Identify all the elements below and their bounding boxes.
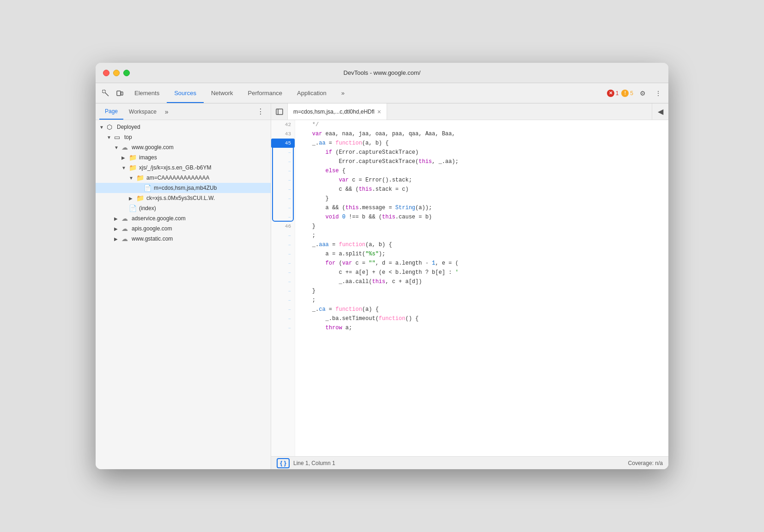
tree-item-images[interactable]: ▶ 📁 images <box>96 152 271 163</box>
error-icon: ✕ <box>607 90 614 97</box>
tree-arrow: ▼ <box>114 145 121 150</box>
cloud-icon: ☁ <box>121 235 130 242</box>
code-line: _.aa = function(a, b) { <box>299 139 665 148</box>
settings-icon[interactable]: ⚙ <box>636 87 649 100</box>
tree-item-ck[interactable]: ▶ 📁 ck=xjs.s.0Mx5ys3sCUI.L.W. <box>96 193 271 203</box>
tree-label: images <box>139 154 157 161</box>
tab-performance[interactable]: Performance <box>241 83 290 103</box>
line-number: – <box>271 323 295 332</box>
coverage-status: Coverage: n/a <box>628 460 663 466</box>
svg-rect-4 <box>276 109 283 115</box>
code-content[interactable]: */ var eaa, naa, jaa, oaa, paa, qaa, Aaa… <box>295 120 668 456</box>
cloud-icon: ☁ <box>121 225 130 232</box>
tree-item-adservice[interactable]: ▶ ☁ adservice.google.com <box>96 213 271 224</box>
tree-item-file-selected[interactable]: 📄 m=cdos,hsm,jsa,mb4ZUb <box>96 183 271 193</box>
tree-item-top[interactable]: ▼ ▭ top <box>96 132 271 142</box>
tree-item-xjs[interactable]: ▼ 📁 xjs/_/js/k=xjs.s.en_GB.-b6YM <box>96 163 271 173</box>
cube-icon: ⬡ <box>107 123 115 131</box>
status-bar: { } Line 1, Column 1 Coverage: n/a <box>271 456 668 469</box>
device-toggle-icon[interactable] <box>113 87 126 100</box>
tab-bar: Elements Sources Network Performance App… <box>127 83 606 103</box>
toolbar: Elements Sources Network Performance App… <box>96 83 668 103</box>
tab-more[interactable]: » <box>334 83 352 103</box>
traffic-lights <box>103 70 130 76</box>
line-number: – <box>271 185 295 194</box>
tree-label: am=CAAAAAAAAAAAAA <box>146 175 209 181</box>
tree-item-index[interactable]: 📄 (index) <box>96 203 271 213</box>
file-icon: 📄 <box>129 205 137 212</box>
tree-item-apis[interactable]: ▶ ☁ apis.google.com <box>96 224 271 234</box>
line-number: – <box>271 259 295 268</box>
code-line: c && (this.stack = c) <box>299 185 665 194</box>
tab-elements[interactable]: Elements <box>127 83 167 103</box>
code-line: } <box>299 222 665 231</box>
code-area: 42 43 45 – – – – – – – – 46 – – – – – <box>271 120 668 456</box>
sidebar-tab-page[interactable]: Page <box>99 103 123 120</box>
line-number: – <box>271 194 295 203</box>
tree-arrow: ▶ <box>114 236 121 242</box>
tree-arrow: ▶ <box>114 226 121 231</box>
line-number: – <box>271 166 295 175</box>
close-button[interactable] <box>103 70 109 76</box>
tree-item-google[interactable]: ▼ ☁ www.google.com <box>96 142 271 152</box>
code-line: _.ca = function(a) { <box>299 305 665 314</box>
sidebar-menu-button[interactable]: ⋮ <box>254 103 267 120</box>
maximize-button[interactable] <box>123 70 130 76</box>
tab-application[interactable]: Application <box>290 83 334 103</box>
kebab-menu-icon[interactable]: ⋮ <box>652 87 665 100</box>
code-line: else { <box>299 166 665 175</box>
svg-rect-3 <box>121 92 123 95</box>
tree-arrow: ▶ <box>121 155 129 160</box>
format-braces-button[interactable]: { } <box>277 458 290 468</box>
code-line: _.ba.setTimeout(function() { <box>299 314 665 323</box>
tree-arrow: ▼ <box>99 125 107 130</box>
tree-label: (index) <box>139 205 156 212</box>
warning-badge: ! 5 <box>621 90 633 97</box>
code-file-tab[interactable]: m=cdos,hsm,jsa,...c,dtl0hd,eHDfl × <box>288 103 387 120</box>
svg-rect-0 <box>103 90 105 93</box>
code-line: */ <box>299 120 665 129</box>
tree-label: top <box>124 134 132 140</box>
line-number: – <box>271 277 295 286</box>
minimize-button[interactable] <box>113 70 120 76</box>
collapse-panel-icon[interactable]: ◀ <box>652 103 668 120</box>
code-line: } <box>299 194 665 203</box>
tree-item-deployed[interactable]: ▼ ⬡ Deployed <box>96 122 271 132</box>
inspect-icon[interactable] <box>99 87 112 100</box>
code-line: a = a.split("%s"); <box>299 249 665 259</box>
error-badge: ✕ 1 <box>607 90 619 97</box>
line-number: – <box>271 203 295 212</box>
code-line: Error.captureStackTrace(this, _.aa); <box>299 157 665 166</box>
code-line: void 0 !== b && (this.cause = b) <box>299 212 665 222</box>
sidebar: Page Workspace » ⋮ ▼ ⬡ Deployed <box>96 103 271 469</box>
line-number: – <box>271 148 295 157</box>
code-panel: m=cdos,hsm,jsa,...c,dtl0hd,eHDfl × ◀ 42 … <box>271 103 668 469</box>
cloud-icon: ☁ <box>121 144 130 151</box>
line-number: – <box>271 157 295 166</box>
line-number: – <box>271 249 295 259</box>
line-number: – <box>271 175 295 185</box>
tree-label: www.google.com <box>132 144 174 151</box>
tree-item-am[interactable]: ▼ 📁 am=CAAAAAAAAAAAAA <box>96 173 271 183</box>
code-line: } <box>299 286 665 296</box>
code-line: for (var c = "", d = a.length - 1, e = ( <box>299 259 665 268</box>
code-line: _.aa.call(this, c + a[d]) <box>299 277 665 286</box>
file-icon: 📄 <box>144 184 152 192</box>
code-tabs: m=cdos,hsm,jsa,...c,dtl0hd,eHDfl × ◀ <box>271 103 668 120</box>
sidebar-toggle-icon[interactable] <box>271 103 288 120</box>
tree-item-gstatic[interactable]: ▶ ☁ www.gstatic.com <box>96 234 271 244</box>
tab-sources[interactable]: Sources <box>167 83 204 103</box>
tab-network[interactable]: Network <box>204 83 241 103</box>
tree-label: ck=xjs.s.0Mx5ys3sCUI.L.W. <box>146 195 215 201</box>
tab-close-icon[interactable]: × <box>377 108 381 115</box>
sidebar-tab-workspace[interactable]: Workspace <box>123 103 162 120</box>
sidebar-tab-more[interactable]: » <box>162 103 171 120</box>
line-number-active: 45 <box>271 139 295 148</box>
tree-arrow: ▶ <box>129 196 136 201</box>
warning-icon: ! <box>621 90 629 97</box>
window-title: DevTools - www.google.com/ <box>344 69 421 76</box>
line-number: – <box>271 268 295 277</box>
cursor-position: Line 1, Column 1 <box>293 460 335 466</box>
tree-label: Deployed <box>117 124 140 130</box>
file-tab-label: m=cdos,hsm,jsa,...c,dtl0hd,eHDfl <box>293 109 375 115</box>
